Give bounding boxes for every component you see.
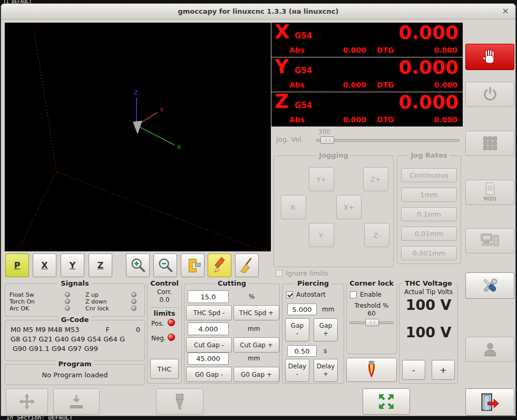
auto-mode-button[interactable] — [465, 228, 514, 253]
thc-speed-minus-button[interactable]: THC Spd - — [186, 305, 232, 320]
thc-speed-plus-button[interactable]: THC Spd + — [233, 305, 279, 320]
close-button[interactable]: × — [500, 6, 511, 17]
power-icon — [482, 86, 499, 103]
jog-rate-label: 0.1mm — [417, 210, 441, 218]
pierce-gap-minus-button[interactable]: Gap - — [285, 318, 309, 341]
jog-rate-label: Continuous — [409, 171, 448, 179]
jog-button-label: Z- — [373, 231, 380, 239]
cut-gap-plus-button[interactable]: Cut Gap + — [233, 337, 279, 353]
jog-vel-slider[interactable] — [316, 136, 460, 145]
coord-system: G54 — [295, 31, 312, 41]
dimensions-button[interactable] — [181, 253, 204, 277]
signal-label: Cnr lock — [85, 305, 109, 312]
jog-vel-label: Jog. Vel. — [276, 135, 304, 143]
touch-off-button[interactable] — [53, 388, 100, 415]
autostart-checkbox[interactable] — [286, 291, 293, 298]
pierce-delay-value: 0.50 — [295, 347, 310, 355]
dro-axis-x[interactable]: X G54 0.000 Abs 0.000 DTG 0.000 — [271, 23, 463, 57]
fullscreen-button[interactable] — [363, 388, 410, 415]
zoom-out-button[interactable] — [153, 253, 177, 277]
jog-x-minus-button[interactable]: X- — [281, 195, 306, 219]
volts-plus-button[interactable]: + — [432, 360, 455, 380]
g0-gap-entry[interactable]: 45.000 — [188, 353, 229, 365]
manual-mode-button[interactable] — [465, 131, 514, 156]
pierce-delay-plus-button[interactable]: Delay + — [314, 359, 338, 382]
view-x-button[interactable]: X — [33, 253, 56, 277]
dtg-value: 0.000 — [399, 46, 457, 54]
jog-rate-1mm-button[interactable]: 1mm — [401, 188, 457, 202]
slider-thumb[interactable] — [365, 319, 379, 326]
jog-z-plus-button[interactable]: Z+ — [363, 167, 388, 191]
g0-gap-plus-button[interactable]: G0 Gap + — [233, 367, 279, 382]
estop-button[interactable] — [465, 44, 514, 70]
jog-rate-01mm-button[interactable]: 0.1mm — [401, 207, 457, 221]
corner-lock-enable-label: Enable — [360, 291, 382, 298]
program-title: Program — [56, 360, 94, 368]
button-sign: - — [296, 370, 298, 378]
torch-test-button[interactable] — [346, 358, 397, 382]
exit-button[interactable] — [465, 388, 514, 416]
pierce-gap-value: 5.000 — [292, 306, 311, 314]
view-p-button[interactable]: P — [5, 253, 29, 277]
pierce-gap-entry[interactable]: 5.000 — [287, 304, 317, 315]
button-sign: + — [323, 370, 328, 378]
dro-axis-y[interactable]: Y G54 0.000 Abs 0.000 DTG 0.000 — [271, 57, 463, 92]
jog-y-minus-button[interactable]: Y- — [309, 223, 334, 247]
float-sw-led — [65, 292, 70, 297]
zoom-in-button[interactable] — [126, 253, 150, 277]
pos-limit-led — [168, 319, 175, 326]
thc-button-label: THC — [158, 365, 172, 373]
abs-value: 0.000 — [319, 115, 366, 124]
corner-lock-enable-checkbox[interactable] — [350, 291, 357, 298]
cut-gap-minus-button[interactable]: Cut Gap - — [186, 337, 232, 353]
slider-thumb[interactable] — [320, 136, 334, 144]
keypad-grid-icon — [482, 135, 499, 152]
jog-rate-label: 0.001mm — [413, 249, 446, 257]
spindle-tool-button[interactable] — [156, 388, 203, 415]
pierce-delay-entry[interactable]: 0.50 — [287, 345, 317, 357]
feed-override-entry[interactable]: 15.0 — [188, 290, 229, 303]
jog-rate-continuous-button[interactable]: Continuous — [401, 168, 457, 182]
volts-minus-button[interactable]: - — [402, 360, 425, 380]
mdi-mode-button[interactable]: MDI — [465, 180, 514, 205]
machine-on-button[interactable] — [465, 82, 514, 107]
view-z-button[interactable]: Z — [89, 253, 112, 277]
button-label: Gap — [291, 322, 304, 330]
view-y-button[interactable]: Y — [61, 253, 84, 277]
tools-icon — [481, 276, 500, 295]
thc-button[interactable]: THC — [150, 359, 179, 379]
user-tab-button[interactable] — [465, 337, 514, 362]
pierce-gap-plus-button[interactable]: Gap + — [314, 318, 338, 341]
settings-button[interactable] — [465, 272, 514, 299]
cut-gap-entry[interactable]: 4.000 — [188, 323, 229, 335]
gremlin-preview[interactable]: Z Y X — [5, 23, 271, 251]
slider-trough — [316, 139, 460, 142]
abs-label: Abs — [289, 115, 305, 124]
jog-y-plus-button[interactable]: Y+ — [309, 167, 334, 191]
jog-x-plus-button[interactable]: X+ — [336, 195, 362, 219]
button-sign: - — [296, 330, 298, 338]
jog-rate-0001mm-button[interactable]: 0.001mm — [401, 246, 457, 260]
exit-door-icon — [480, 392, 501, 412]
pierce-delay-minus-button[interactable]: Delay - — [285, 359, 309, 382]
jog-rate-001mm-button[interactable]: 0.01mm — [401, 227, 457, 241]
mdi-label: MDI — [483, 195, 496, 203]
threshold-slider[interactable] — [349, 319, 394, 327]
ignore-limits-checkbox[interactable] — [276, 270, 282, 277]
titlebar[interactable]: gmoccapy for linuxcnc 1.3.3 (на linuxcnc… — [1, 4, 515, 19]
g0-gap-minus-button[interactable]: G0 Gap - — [186, 367, 232, 382]
ignore-limits-label: Ignore limits — [286, 269, 328, 277]
probe-down-icon — [67, 393, 85, 411]
thc-voltage-title: THC Voltage — [402, 279, 455, 287]
button-label: Delay — [288, 363, 306, 370]
clear-plot-button[interactable] — [235, 253, 259, 277]
program-frame: Program No Program loaded — [5, 364, 145, 385]
dro-axis-z[interactable]: Z G54 0.000 Abs 0.000 DTG 0.000 — [271, 92, 463, 127]
jog-button-label: Y+ — [317, 175, 327, 183]
gcode-line-2: G8 G17 G21 G40 G49 G54 G64 G — [11, 335, 140, 343]
signal-label: Float Sw — [9, 291, 34, 298]
edit-offsets-button[interactable] — [208, 253, 231, 277]
home-axes-button[interactable] — [6, 388, 48, 415]
window-title: gmoccapy for linuxcnc 1.3.3 (на linuxcnc… — [1, 4, 515, 19]
jog-z-minus-button[interactable]: Z- — [364, 223, 389, 247]
